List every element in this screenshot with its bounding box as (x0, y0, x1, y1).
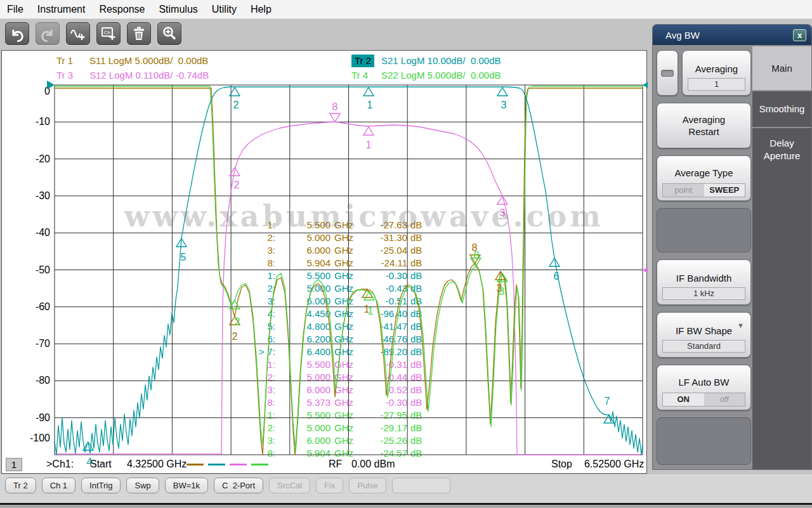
tab-delay-aperture[interactable]: Delay Aperture (752, 127, 811, 171)
marker-label-8: 8 (474, 250, 480, 261)
stop-label: Stop (551, 459, 572, 470)
add-channel-button[interactable]: Ch (96, 22, 121, 45)
if-bw-shape-button[interactable]: IF BW Shape ▼ Standard (657, 312, 751, 358)
menu-item-instrument[interactable]: Instrument (30, 0, 93, 19)
marker-triangle-2 (230, 88, 240, 96)
marker-frequency: 5.000 (285, 231, 331, 244)
averaging-value[interactable]: 1 (688, 78, 745, 91)
lf-auto-bw-button[interactable]: LF Auto BW ON off (657, 365, 751, 410)
start-value[interactable]: 4.32500 GHz (127, 459, 187, 470)
panel-title: Avg BW (665, 30, 700, 41)
menu-item-response[interactable]: Response (92, 0, 152, 19)
status-button-swp[interactable]: Swp (126, 478, 159, 493)
marker-number: 6: (252, 333, 275, 346)
menu-item-file[interactable]: File (0, 0, 30, 19)
lf-auto-bw-option-on[interactable]: ON (663, 393, 704, 406)
add-trace-button[interactable] (66, 22, 90, 45)
panel-title-bar[interactable]: Avg BW x (653, 25, 811, 45)
marker-value-unit: dB (410, 295, 422, 308)
status-button-tr-2[interactable]: Tr 2 (5, 478, 36, 493)
zoom-button[interactable] (157, 22, 181, 45)
lf-auto-bw-label: LF Auto BW (657, 377, 750, 388)
marker-frequency: 5.500 (285, 270, 331, 282)
status-button-srccal: SrcCal (269, 478, 310, 493)
marker-label-3: 3 (499, 286, 505, 297)
marker-value: -41.47 (357, 320, 407, 333)
marker-number: 4: (252, 308, 275, 320)
marker-frequency: 6.200 (285, 333, 331, 346)
start-label: Start (90, 459, 112, 470)
if-bandwidth-value[interactable]: 1 kHz (662, 287, 745, 300)
trace-id-tr4[interactable]: Tr 4 (351, 69, 368, 82)
tab-smoothing[interactable]: Smoothing (752, 90, 811, 127)
average-type-button[interactable]: Average Type point SWEEP (657, 155, 751, 201)
averaging-enable-button[interactable] (657, 50, 678, 96)
menu-item-stimulus[interactable]: Stimulus (152, 0, 204, 19)
y-axis-label--40: -40 (17, 226, 50, 239)
undo-button[interactable] (5, 22, 29, 45)
marker-value: -31.30 (357, 231, 407, 244)
chevron-down-icon[interactable]: ▼ (737, 322, 744, 329)
averaging-button[interactable]: Averaging 1 (682, 50, 751, 96)
marker-frequency-unit: GHz (334, 409, 353, 422)
average-type-option-point[interactable]: point (663, 184, 704, 197)
marker-triangle-7 (604, 415, 614, 423)
trace-label-tr2[interactable]: S21 LogM 10.00dB/ 0.00dB (381, 55, 501, 67)
marker-number: 2: (252, 371, 275, 384)
tab-main[interactable]: Main (752, 46, 811, 90)
trace-label-tr3[interactable]: S12 LogM 0.110dB/ -0.74dB (89, 69, 209, 82)
status-button-bw-1k[interactable]: BW=1k (165, 478, 208, 493)
menu-item-help[interactable]: Help (244, 0, 278, 19)
marker-value-unit: dB (410, 231, 422, 244)
trace-id-tr2[interactable]: Tr 2 (351, 55, 374, 67)
marker-triangle-2 (230, 316, 240, 325)
stop-value[interactable]: 6.52500 GHz (584, 459, 644, 470)
marker-number: 3: (252, 384, 275, 396)
marker-frequency: 6.000 (285, 384, 331, 396)
y-axis-label--60: -60 (17, 301, 50, 313)
marker-label-3: 3 (497, 283, 502, 294)
marker-number: 7: (252, 346, 275, 358)
trace-label-tr1[interactable]: S11 LogM 5.000dB/ 0.00dB (89, 55, 208, 67)
y-axis-label--30: -30 (17, 190, 50, 202)
plot-widget: Tr 1S11 LogM 5.000dB/ 0.00dBTr 2S21 LogM… (1, 50, 647, 474)
marker-value-unit: dB (410, 320, 422, 333)
trace-id-tr1[interactable]: Tr 1 (56, 55, 73, 67)
marker-triangle-3 (497, 273, 508, 282)
marker-frequency: 5.500 (285, 358, 331, 371)
marker-triangle-8 (471, 258, 481, 266)
redo-icon (39, 25, 56, 42)
marker-value: -89.20 (357, 346, 407, 358)
marker-triangle-8 (330, 114, 340, 122)
marker-triangle-3 (497, 196, 508, 204)
close-button[interactable]: x (793, 29, 806, 41)
menu-item-utility[interactable]: Utility (205, 0, 244, 19)
close-icon: x (797, 30, 802, 40)
averaging-label: Averaging (683, 63, 750, 74)
channel-badge[interactable]: 1 (6, 458, 22, 471)
lf-auto-bw-option-off[interactable]: off (704, 393, 745, 406)
trace3-legend-dash (230, 464, 247, 466)
marker-frequency: 5.000 (285, 282, 331, 295)
rf-value[interactable]: 0.00 dBm (351, 459, 395, 470)
marker-value-unit: dB (410, 396, 422, 409)
trace-id-tr3[interactable]: Tr 3 (56, 69, 73, 82)
application-window: FileInstrumentResponseStimulusUtilityHel… (0, 0, 812, 508)
status-button-inttrig[interactable]: IntTrig (81, 478, 121, 493)
trace-label-tr4[interactable]: S22 LogM 5.000dB/ 0.00dB (381, 69, 501, 82)
if-bw-shape-value[interactable]: Standard (662, 340, 745, 353)
panel-tab-strip: MainSmoothingDelay Aperture (752, 46, 811, 469)
delete-button[interactable] (127, 22, 151, 45)
average-type-option-sweep[interactable]: SWEEP (704, 184, 745, 197)
rf-label: RF (329, 459, 342, 470)
trace4-legend-dash (251, 464, 268, 466)
averaging-restart-button[interactable]: Averaging Restart (657, 103, 751, 148)
if-bandwidth-button[interactable]: IF Bandwidth 1 kHz (657, 259, 751, 305)
marker-number: 5: (252, 320, 275, 333)
marker-frequency-unit: GHz (334, 434, 353, 447)
status-button-ch-1[interactable]: Ch 1 (42, 478, 75, 493)
status-button-fix: Fix (316, 478, 343, 493)
y-axis-label--50: -50 (17, 264, 50, 277)
status-button-c-2-port[interactable]: C 2-Port (214, 478, 263, 493)
y-axis-label--90: -90 (17, 412, 50, 424)
